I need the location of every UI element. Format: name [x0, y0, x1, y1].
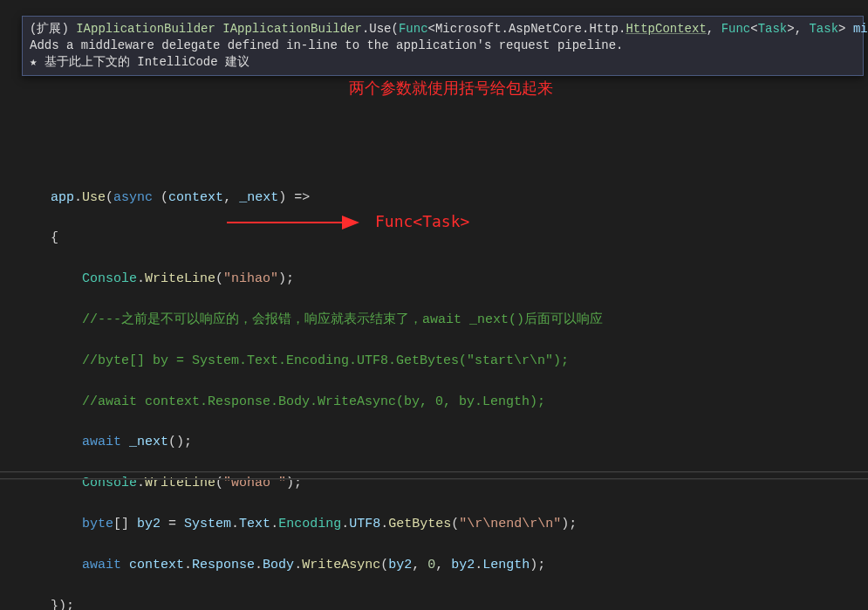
code-divider [0, 471, 868, 473]
code-line[interactable]: //await context.Response.Body.WriteAsync… [19, 392, 868, 412]
code-line[interactable]: Console.WriteLine("wohao "); [19, 473, 868, 493]
code-line[interactable]: //byte[] by = System.Text.Encoding.UTF8.… [19, 351, 868, 371]
code-line[interactable]: { [19, 228, 868, 248]
code-line[interactable]: app.Use(async (context, _next) => [19, 188, 868, 208]
tooltip-return-type: IApplicationBuilder [76, 22, 215, 36]
tooltip-method: Use [369, 22, 391, 36]
tooltip-httpcontext: HttpContext [625, 22, 706, 36]
tooltip-owner: IApplicationBuilder [222, 22, 362, 36]
tooltip-prefix: (扩展) [30, 22, 76, 36]
tooltip-description: Adds a middleware delegate defined in-li… [30, 38, 856, 54]
tooltip-param: middleware [845, 22, 868, 36]
code-line[interactable]: await context.Response.Body.WriteAsync(b… [19, 555, 868, 575]
tooltip-func-type: Func [399, 22, 428, 36]
parameter-info-tooltip: (扩展) IApplicationBuilder IApplicationBui… [22, 16, 864, 76]
code-line[interactable]: //---之前是不可以响应的，会报错，响应就表示结束了，await _next(… [19, 310, 868, 330]
tooltip-intellicode: ★ 基于此上下文的 IntelliCode 建议 [30, 54, 856, 71]
gutter [0, 0, 19, 610]
code-line[interactable]: await _next(); [19, 432, 868, 452]
code-line[interactable]: byte[] by2 = System.Text.Encoding.UTF8.G… [19, 514, 868, 534]
code-line[interactable]: }); [19, 596, 868, 610]
code-divider [0, 478, 868, 480]
annotation-text: 两个参数就使用括号给包起来 [349, 78, 553, 99]
annotation-text: Func<Task> [375, 212, 469, 230]
code-line[interactable]: Console.WriteLine("nihao"); [19, 269, 868, 289]
